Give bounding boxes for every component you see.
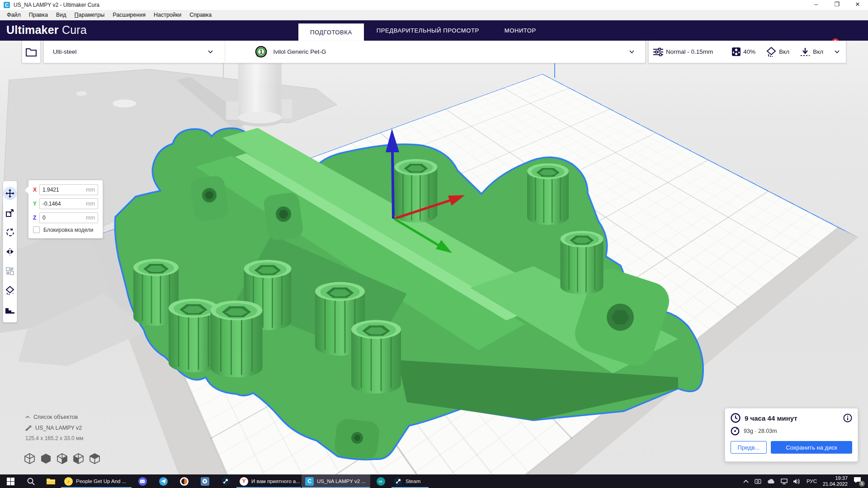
info-icon[interactable] (843, 413, 852, 422)
mirror-tool[interactable] (3, 245, 17, 258)
cura-window-icon: C (4, 2, 10, 8)
tab-preview[interactable]: ПРЕДВАРИТЕЛЬНЫЙ ПРОСМОТР (364, 20, 492, 41)
rotate-tool[interactable] (3, 225, 17, 239)
pencil-icon (25, 425, 32, 431)
sliders-icon (653, 47, 663, 56)
taskbar-steam-window[interactable]: Steam (391, 474, 429, 488)
model-knob (211, 300, 263, 377)
object-list-header[interactable]: Список объектов (25, 414, 125, 420)
model-lampy[interactable] (115, 128, 703, 460)
taskbar-vk[interactable] (194, 474, 215, 488)
menu-extensions[interactable]: Расширения (109, 11, 149, 19)
model-tab-2 (263, 192, 304, 241)
view-top-icon[interactable] (57, 453, 67, 464)
printer-selector[interactable]: Ulti-steel (53, 48, 77, 55)
move-tool[interactable] (3, 187, 17, 200)
onedrive-icon[interactable] (767, 479, 775, 484)
notification-center[interactable]: 5 (854, 477, 863, 486)
taskbar-steam-pinned[interactable] (215, 474, 236, 488)
view-right-icon[interactable] (90, 453, 100, 464)
model-tab-1 (189, 175, 229, 222)
yandex-music-icon: ♪ (64, 477, 73, 486)
camera-view-presets (24, 453, 100, 464)
model-tab-bottom (334, 418, 380, 460)
view-front-icon[interactable] (41, 453, 51, 464)
model-knob (561, 231, 604, 295)
window-titlebar: C US_NA LAMPY v2 - Ultimaker Cura – ❐ ✕ (0, 0, 868, 10)
support-blocker-tool[interactable]: * (3, 284, 17, 297)
network-icon[interactable] (781, 479, 788, 484)
preview-button[interactable]: Предв... (731, 441, 767, 454)
printer-material-bar: Ulti-steel 1 Ivilol Generic Pet-G (43, 41, 646, 63)
volume-icon[interactable] (793, 479, 801, 484)
position-panel: X 1.9421 mm Y -0.1464 mm Z 0 mm Блокиров… (28, 180, 103, 239)
scale-tool[interactable] (3, 206, 17, 220)
notification-badge: 5 (859, 481, 865, 487)
menu-file[interactable]: Файл (4, 11, 24, 19)
taskbar-arduino[interactable]: ∞ (370, 474, 391, 488)
menu-help[interactable]: Справка (186, 11, 215, 19)
chevron-down-icon[interactable] (835, 50, 840, 53)
z-position-input[interactable]: 0 mm (39, 212, 98, 223)
model-knob (527, 164, 569, 225)
adhesion-icon (800, 47, 810, 57)
start-button[interactable] (0, 474, 21, 488)
chevron-down-icon[interactable] (208, 50, 213, 53)
menu-edit[interactable]: Правка (26, 11, 51, 19)
open-file-button[interactable] (22, 41, 41, 63)
per-model-settings-tool[interactable] (3, 264, 17, 278)
print-duration: 9 часа 44 минут (745, 414, 797, 422)
lock-model-checkbox[interactable] (33, 226, 40, 233)
taskbar-yandex-music[interactable]: ♪ People Get Up And ... (61, 474, 132, 488)
adhesion-value: Вкл (813, 48, 823, 55)
view-3d-icon[interactable] (24, 453, 35, 464)
object-list: Список объектов US_NA LAMPY v2 125.4 x 1… (25, 414, 125, 441)
z-axis-label: Z (33, 215, 39, 221)
search-button[interactable] (21, 474, 41, 488)
taskbar-telegram[interactable] (153, 474, 174, 488)
capture-icon[interactable] (755, 479, 761, 484)
menu-preferences[interactable]: Настройки (151, 11, 184, 19)
material-usage: 93g · 28.03m (744, 428, 777, 434)
y-position-input[interactable]: -0.1464 mm (39, 198, 98, 209)
axis-z-arrow (386, 129, 399, 152)
system-tray: РУС 19:37 21.04.2022 5 (743, 475, 868, 487)
x-position-input[interactable]: 1.9421 mm (39, 184, 98, 195)
support-value: Вкл (779, 48, 789, 55)
spool-icon (731, 427, 740, 436)
vk-icon (201, 477, 209, 486)
language-indicator[interactable]: РУС (807, 479, 817, 484)
folder-icon (26, 47, 37, 56)
restore-button[interactable]: ❐ (826, 0, 847, 10)
menu-settings[interactable]: Параметры (71, 11, 108, 19)
svg-text:*: * (12, 292, 14, 295)
yandex-browser-icon: Y (240, 477, 248, 486)
taskbar-cura-active[interactable]: C US_NA LAMPY v2 ... (302, 474, 370, 488)
object-dimensions: 125.4 x 165.2 x 33.0 мм (25, 435, 125, 441)
taskbar-yandex-browser[interactable]: Y И вам приятного а... (236, 474, 302, 488)
file-explorer-icon (47, 478, 55, 485)
close-button[interactable]: ✕ (847, 0, 868, 10)
object-list-item[interactable]: US_NA LAMPY v2 (25, 425, 125, 431)
save-to-disk-button[interactable]: Сохранить на диск (771, 441, 852, 454)
material-selector[interactable]: Ivilol Generic Pet-G (274, 48, 326, 55)
tab-monitor[interactable]: МОНИТОР (492, 20, 549, 41)
stairs-plugin-tool[interactable] (3, 303, 17, 316)
search-icon (27, 478, 35, 485)
tab-prepare[interactable]: ПОДГОТОВКА (298, 23, 364, 41)
support-blocker-icon: * (5, 286, 14, 295)
lock-model-label: Блокировка модели (43, 227, 93, 233)
menu-view[interactable]: Вид (53, 11, 70, 19)
print-settings-bar[interactable]: Normal - 0.15mm 40% Вкл Вкл (648, 41, 846, 63)
tray-expand-icon[interactable] (743, 479, 749, 483)
taskbar-discord[interactable] (132, 474, 153, 488)
taskbar-clock[interactable]: 19:37 21.04.2022 (823, 475, 848, 487)
extruder-icon: 1 (255, 46, 267, 58)
taskbar-browser-orange[interactable] (174, 474, 194, 488)
per-model-icon (6, 267, 14, 275)
view-left-icon[interactable] (73, 453, 84, 464)
taskbar-explorer[interactable] (41, 474, 61, 488)
minimize-button[interactable]: – (806, 0, 826, 10)
mirror-icon (6, 248, 14, 255)
chevron-down-icon[interactable] (629, 50, 634, 53)
